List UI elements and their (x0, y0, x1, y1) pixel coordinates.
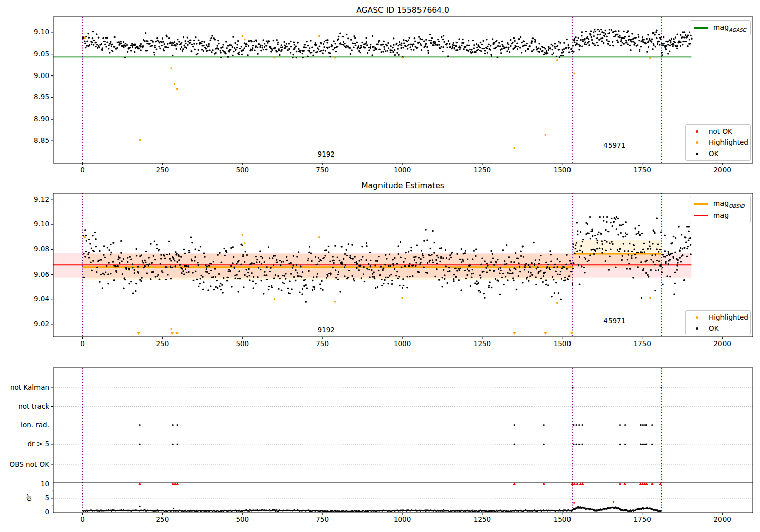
ok-point (218, 43, 219, 44)
ok-point (486, 271, 488, 273)
marker-swatch (696, 141, 698, 144)
ok-point (564, 266, 565, 268)
ok-point (502, 44, 503, 45)
ion-rad-point (643, 424, 645, 426)
ok-point (644, 43, 646, 44)
ok-point (596, 37, 598, 39)
x-tick-label: 0 (80, 166, 85, 174)
ok-point (581, 265, 582, 267)
ok-point (181, 42, 182, 43)
ok-point (311, 260, 312, 262)
ok-point (92, 260, 94, 261)
ok-point (396, 263, 398, 264)
highlighted-point (176, 88, 178, 90)
ok-point (135, 248, 137, 250)
ok-point (438, 41, 440, 42)
ok-point (191, 242, 193, 243)
ok-point (463, 48, 465, 50)
ok-point (133, 269, 135, 270)
ok-point (281, 289, 282, 291)
y-tick-label: 8.95 (18, 93, 49, 101)
ok-point (298, 275, 300, 277)
ok-point (572, 243, 574, 245)
ok-point (660, 264, 662, 265)
ok-point (516, 43, 518, 44)
ok-point (383, 46, 385, 48)
ok-point (634, 254, 636, 255)
ok-point (650, 248, 651, 249)
ok-point (568, 47, 569, 49)
ok-point (529, 45, 531, 47)
ok-point (559, 42, 561, 44)
ok-point (471, 273, 472, 274)
ok-point (221, 284, 223, 286)
ok-point (486, 39, 487, 40)
ok-point (366, 242, 367, 244)
ok-point (194, 256, 196, 258)
ok-point (279, 278, 280, 279)
ok-point (271, 287, 273, 288)
ok-point (151, 262, 153, 263)
ok-point (317, 273, 318, 274)
highlighted-point (649, 57, 651, 59)
ok-point (658, 41, 660, 42)
ok-point (215, 286, 217, 288)
ok-point (543, 272, 544, 273)
ok-point (507, 42, 508, 43)
ok-point (220, 47, 222, 49)
ok-point (549, 250, 551, 252)
ok-point (134, 272, 135, 274)
ok-point (603, 32, 604, 33)
ok-point (574, 252, 575, 254)
ok-point (653, 32, 654, 34)
x-tick-label: 750 (316, 515, 329, 524)
ok-point (574, 38, 575, 40)
ok-point (327, 47, 328, 49)
ok-point (501, 48, 503, 50)
ok-point (433, 252, 435, 253)
ok-point (676, 264, 678, 266)
ok-point (252, 287, 254, 289)
ok-point (160, 258, 162, 259)
ok-point (667, 251, 669, 253)
ok-point (572, 283, 573, 285)
ok-point (192, 272, 193, 273)
ok-point (601, 252, 603, 253)
ok-point (214, 268, 216, 270)
ok-point (609, 256, 610, 257)
ok-point (335, 51, 337, 52)
ok-point (575, 36, 576, 38)
ok-point (347, 37, 349, 39)
ok-point (655, 31, 657, 33)
ok-point (335, 269, 336, 271)
ok-point (380, 51, 382, 53)
ok-point (422, 253, 423, 255)
ok-point (647, 34, 649, 35)
ok-point (590, 238, 591, 239)
ok-point (263, 49, 264, 50)
ok-point (418, 271, 420, 273)
ok-point (301, 293, 303, 295)
ok-point (251, 49, 253, 51)
ok-point (283, 283, 285, 284)
ok-point (455, 45, 457, 47)
ok-point (172, 42, 174, 44)
x-tick-label: 500 (236, 339, 249, 348)
ok-point (680, 261, 682, 262)
ok-point (326, 277, 327, 278)
ok-point (442, 257, 444, 259)
ok-point (174, 265, 176, 267)
ok-point (440, 261, 441, 262)
ok-point (611, 225, 613, 227)
ok-point (633, 245, 635, 246)
ok-point (436, 255, 438, 256)
ok-point (281, 261, 282, 263)
ok-point (620, 39, 622, 41)
ok-point (351, 275, 353, 277)
ok-point (414, 259, 415, 261)
ok-point (110, 254, 111, 255)
ok-point (474, 282, 476, 284)
ok-point (176, 253, 177, 254)
ok-point (637, 266, 639, 268)
ok-point (662, 267, 663, 268)
